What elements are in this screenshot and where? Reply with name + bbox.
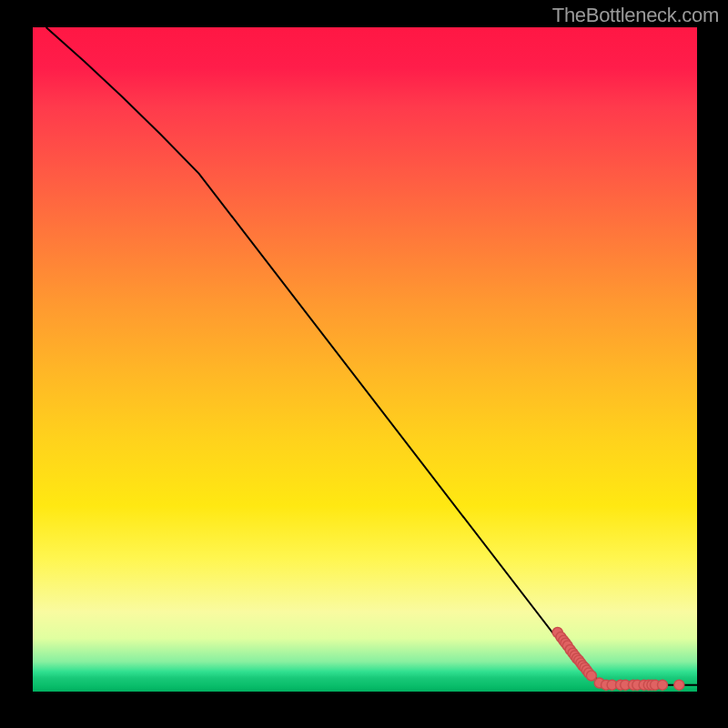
plot-area [33,27,697,692]
attribution-text: TheBottleneck.com [552,4,719,27]
scatter-dots [552,628,684,691]
scatter-dot [658,680,668,690]
curve-line [46,27,697,685]
chart-svg [33,27,697,692]
scatter-dot [674,680,684,690]
scatter-dot [586,671,596,681]
chart-outer: TheBottleneck.com [0,0,728,728]
